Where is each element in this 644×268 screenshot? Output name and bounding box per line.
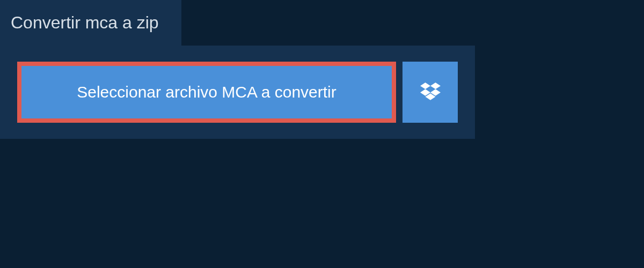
content-panel: Seleccionar archivo MCA a convertir: [0, 46, 475, 139]
tab-label: Convertir mca a zip: [11, 13, 159, 32]
tab-convert[interactable]: Convertir mca a zip: [0, 0, 181, 46]
dropbox-icon: [420, 83, 441, 102]
dropbox-button[interactable]: [402, 62, 458, 123]
button-row: Seleccionar archivo MCA a convertir: [17, 62, 458, 123]
select-file-label: Seleccionar archivo MCA a convertir: [77, 83, 336, 101]
select-file-button[interactable]: Seleccionar archivo MCA a convertir: [17, 62, 396, 123]
